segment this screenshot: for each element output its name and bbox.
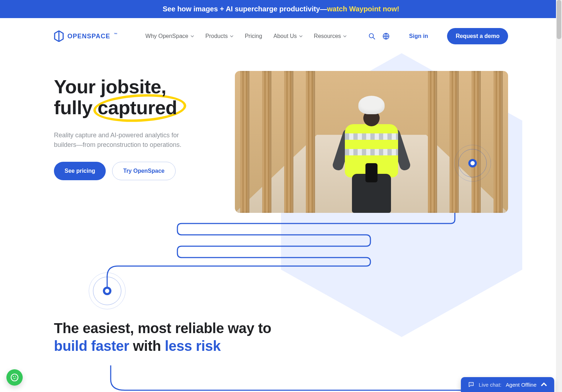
section-headline: The easiest, most reliable way to build … (54, 319, 508, 355)
primary-nav: Why OpenSpace Products Pricing About Us … (145, 28, 508, 44)
brand-logo[interactable]: OPENSPACE™ (54, 31, 118, 42)
nav-pricing[interactable]: Pricing (245, 33, 262, 39)
cookie-settings-button[interactable] (6, 369, 23, 386)
sign-in-link[interactable]: Sign in (409, 33, 428, 39)
announcement-text: See how images + AI supercharge producti… (163, 5, 327, 13)
worker-illustration (340, 96, 403, 213)
globe-icon[interactable] (382, 32, 390, 40)
cookie-icon (10, 373, 19, 382)
site-header: OPENSPACE™ Why OpenSpace Products Pricin… (54, 18, 508, 51)
hero-title: Your jobsite, fully captured (54, 76, 224, 118)
nav-resources[interactable]: Resources (314, 33, 347, 39)
request-demo-button[interactable]: Request a demo (447, 28, 508, 44)
svg-point-10 (472, 384, 473, 385)
scrollbar-thumb[interactable] (557, 0, 561, 39)
svg-point-7 (16, 377, 16, 378)
announcement-bar[interactable]: See how images + AI supercharge producti… (0, 0, 562, 18)
svg-line-1 (373, 37, 375, 39)
svg-point-4 (13, 376, 14, 377)
svg-point-8 (470, 384, 471, 385)
chat-status: Agent Offline (506, 382, 536, 388)
chat-icon (468, 381, 474, 388)
path-node-end (97, 280, 118, 302)
hero-subtitle: Reality capture and AI-powered analytics… (54, 131, 189, 150)
svg-point-9 (471, 384, 472, 385)
nav-why-openspace[interactable]: Why OpenSpace (145, 33, 194, 39)
connector-path-2 (54, 365, 508, 392)
chevron-down-icon (343, 34, 347, 38)
brand-name: OPENSPACE (67, 33, 110, 40)
chevron-down-icon (230, 34, 233, 38)
try-openspace-button[interactable]: Try OpenSpace (112, 162, 176, 180)
hero-copy: Your jobsite, fully captured Reality cap… (54, 71, 224, 213)
svg-point-5 (15, 376, 16, 377)
svg-point-3 (11, 374, 18, 381)
svg-point-6 (14, 378, 15, 379)
hero-section: Your jobsite, fully captured Reality cap… (54, 71, 508, 213)
chevron-down-icon (299, 34, 303, 38)
announcement-cta[interactable]: watch Waypoint now! (327, 5, 400, 13)
nav-about-us[interactable]: About Us (274, 33, 303, 39)
nav-products[interactable]: Products (205, 33, 233, 39)
live-chat-widget[interactable]: Live chat: Agent Offline (461, 377, 554, 392)
chat-prefix: Live chat: (479, 382, 501, 388)
scrollbar[interactable] (556, 0, 562, 392)
hero-image (235, 71, 508, 213)
connector-graphic (54, 213, 508, 305)
logo-icon (54, 31, 64, 42)
path-node-start (462, 153, 483, 174)
see-pricing-button[interactable]: See pricing (54, 162, 106, 180)
chevron-down-icon (191, 34, 194, 38)
chevron-up-icon (541, 381, 547, 388)
search-icon[interactable] (368, 32, 376, 40)
